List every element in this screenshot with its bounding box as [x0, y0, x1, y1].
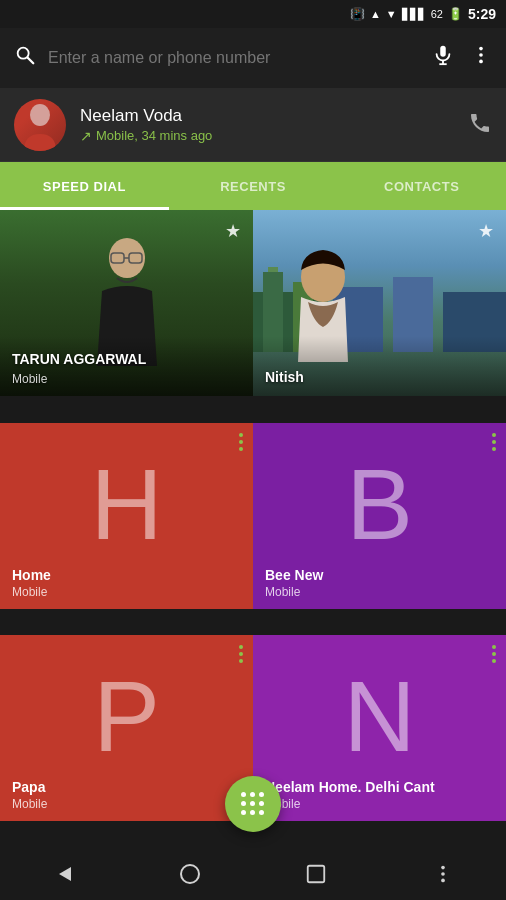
tab-recents[interactable]: RECENTS — [169, 162, 338, 210]
contact-card-nitish[interactable]: Nitish ★ — [253, 210, 506, 396]
papa-type: Mobile — [12, 797, 47, 811]
recents-button[interactable] — [253, 863, 380, 885]
recent-call-detail: ↗ Mobile, 34 mins ago — [80, 128, 454, 144]
svg-rect-26 — [308, 866, 325, 883]
home-name: Home — [12, 567, 51, 583]
status-time: 5:29 — [468, 6, 496, 22]
more-options-icon[interactable] — [470, 44, 492, 72]
speed-dial-label: SPEED DIAL — [43, 179, 126, 194]
home-letter: H — [90, 454, 162, 554]
nitish-name: Nitish — [265, 369, 304, 386]
contact-card-tarun[interactable]: TARUN AGGARWAL Mobile ★ — [0, 210, 253, 396]
contact-card-home[interactable]: H Home Mobile — [0, 423, 253, 609]
svg-point-28 — [441, 872, 445, 876]
recent-call-row[interactable]: Neelam Voda ↗ Mobile, 34 mins ago — [0, 88, 506, 162]
papa-letter: P — [93, 666, 160, 766]
nitish-overlay — [253, 336, 506, 396]
papa-menu-dots[interactable] — [239, 645, 243, 663]
search-bar — [0, 28, 506, 88]
home-button[interactable] — [127, 862, 254, 886]
call-icon[interactable] — [468, 111, 492, 139]
contact-card-bee-new[interactable]: B Bee New Mobile — [253, 423, 506, 609]
contacts-label: CONTACTS — [384, 179, 459, 194]
signal-bars: ▋▋▋ — [402, 8, 426, 21]
recent-contact-name: Neelam Voda — [80, 106, 454, 126]
search-icon — [14, 44, 36, 72]
status-bar: 📳 ▲ ▼ ▋▋▋ 62 🔋 5:29 — [0, 0, 506, 28]
svg-line-1 — [28, 58, 34, 64]
tarun-type: Mobile — [12, 372, 47, 386]
home-type: Mobile — [12, 585, 47, 599]
back-button[interactable] — [0, 862, 127, 886]
neelam-home-letter: N — [343, 666, 415, 766]
battery-percent: 62 — [431, 8, 443, 20]
contact-card-neelam-home[interactable]: N Neelam Home. Delhi Cant Mobile — [253, 635, 506, 821]
svg-point-5 — [479, 47, 483, 51]
recent-info: Neelam Voda ↗ Mobile, 34 mins ago — [80, 106, 454, 144]
dialpad-icon — [241, 792, 265, 816]
svg-point-27 — [441, 866, 445, 870]
svg-rect-2 — [440, 46, 446, 57]
svg-point-29 — [441, 879, 445, 883]
status-icons: 📳 ▲ ▼ ▋▋▋ 62 🔋 5:29 — [350, 6, 496, 22]
tarun-star-icon: ★ — [225, 220, 241, 242]
recents-label: RECENTS — [220, 179, 286, 194]
app-menu-button[interactable] — [380, 863, 507, 885]
home-menu-dots[interactable] — [239, 433, 243, 451]
tab-contacts[interactable]: CONTACTS — [337, 162, 506, 210]
nitish-star-icon: ★ — [478, 220, 494, 242]
wifi-icon: ▼ — [386, 8, 397, 20]
svg-point-6 — [479, 53, 483, 57]
avatar-image — [14, 99, 66, 151]
tarun-name: TARUN AGGARWAL — [12, 351, 146, 368]
svg-point-7 — [479, 60, 483, 64]
bottom-nav — [0, 848, 506, 900]
mic-icon[interactable] — [432, 44, 454, 72]
tab-bar: SPEED DIAL RECENTS CONTACTS — [0, 162, 506, 210]
svg-point-8 — [30, 104, 50, 126]
contact-grid: TARUN AGGARWAL Mobile ★ — [0, 210, 506, 848]
battery-icon: 🔋 — [448, 7, 463, 21]
neelam-home-name: Neelam Home. Delhi Cant — [265, 779, 435, 795]
vibrate-icon: 📳 — [350, 7, 365, 21]
bee-new-letter: B — [346, 454, 413, 554]
tab-speed-dial[interactable]: SPEED DIAL — [0, 162, 169, 210]
avatar — [14, 99, 66, 151]
bee-new-name: Bee New — [265, 567, 323, 583]
contact-card-papa[interactable]: P Papa Mobile — [0, 635, 253, 821]
search-input[interactable] — [48, 49, 420, 67]
dial-fab[interactable] — [225, 776, 281, 832]
bee-new-type: Mobile — [265, 585, 300, 599]
svg-point-25 — [181, 865, 199, 883]
papa-name: Papa — [12, 779, 45, 795]
svg-marker-24 — [59, 867, 71, 881]
neelam-home-menu-dots[interactable] — [492, 645, 496, 663]
recent-call-subtext: Mobile, 34 mins ago — [96, 128, 212, 143]
signal-icon: ▲ — [370, 8, 381, 20]
outgoing-arrow-icon: ↗ — [80, 128, 92, 144]
bee-new-menu-dots[interactable] — [492, 433, 496, 451]
